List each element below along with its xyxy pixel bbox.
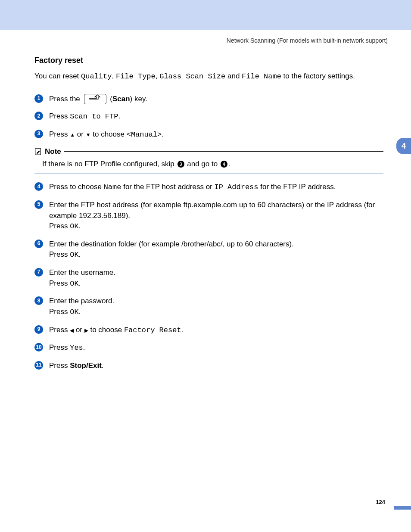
step-number: 10 (34, 343, 43, 352)
text: Enter the password. (49, 297, 114, 305)
text: , (156, 72, 159, 80)
text: Enter the FTP host address (for example … (49, 201, 375, 220)
text: Press the (49, 95, 82, 103)
step-10: 10 Press Yes. (34, 342, 383, 354)
running-header: Network Scanning (For models with built-… (34, 37, 388, 44)
code-filetype: File Type (116, 72, 156, 81)
text: ) key. (130, 95, 147, 103)
text: or (75, 130, 86, 138)
step-body: Press to choose Name for the FTP host ad… (49, 182, 383, 193)
text: Press (49, 343, 70, 352)
left-arrow-icon: ◀ (70, 327, 74, 333)
page-number: 124 (376, 499, 385, 505)
text: . (79, 279, 81, 287)
up-arrow-icon: ▲ (70, 132, 75, 138)
code: Factory Reset (124, 326, 181, 334)
step-body: Enter the username. Press OK. (49, 268, 383, 289)
step-body: Press Stop/Exit. (49, 361, 383, 371)
step-number: 2 (34, 112, 43, 120)
main-content: Factory reset You can reset Quality, Fil… (34, 56, 383, 378)
code: OK (70, 251, 78, 259)
text: Press (49, 112, 70, 120)
step-body: Enter the destination folder (for exampl… (49, 239, 383, 261)
text: . (79, 308, 81, 316)
step-body: Press ◀ or ▶ to choose Factory Reset. (49, 325, 383, 336)
step-number: 8 (34, 296, 43, 305)
code: <Manual> (127, 131, 162, 139)
steps-list: 1 Press the (Scan) key. 2 Press Scan to … (34, 94, 383, 140)
text: and (225, 72, 242, 80)
text: Press (49, 308, 70, 316)
step-number: 6 (34, 240, 43, 248)
text: , (112, 72, 115, 80)
step-number: 4 (34, 182, 43, 191)
text: Press (49, 361, 70, 370)
note-label: Note (45, 147, 61, 156)
step-number: 1 (34, 94, 43, 103)
step-number: 7 (34, 268, 43, 277)
steps-list-cont: 4 Press to choose Name for the FTP host … (34, 182, 383, 371)
scan-key-icon (84, 94, 106, 104)
step-body: Press the (Scan) key. (49, 94, 383, 105)
step-4: 4 Press to choose Name for the FTP host … (34, 182, 383, 193)
intro-paragraph: You can reset Quality, File Type, Glass … (34, 71, 383, 82)
text: to choose (91, 130, 127, 138)
note-rule (64, 151, 383, 152)
text: Press to choose (49, 183, 104, 191)
text: or (74, 326, 84, 334)
scan-label: Scan (112, 95, 130, 103)
text: . (228, 160, 230, 168)
step-body: Press Yes. (49, 342, 383, 354)
step-1: 1 Press the (Scan) key. (34, 94, 383, 105)
step-number: 3 (34, 130, 43, 138)
ref-bullet-3: 3 (177, 161, 184, 168)
step-2: 2 Press Scan to FTP. (34, 111, 383, 122)
step-9: 9 Press ◀ or ▶ to choose Factory Reset. (34, 325, 383, 336)
note-header: Note (34, 147, 383, 156)
code-glass: Glass Scan Size (159, 72, 225, 81)
step-3: 3 Press ▲ or ▼ to choose <Manual>. (34, 129, 383, 140)
step-number: 5 (34, 200, 43, 209)
step-11: 11 Press Stop/Exit. (34, 361, 383, 371)
code: OK (70, 280, 78, 288)
code: Name (104, 183, 121, 191)
ref-bullet-4: 4 (221, 161, 227, 168)
down-arrow-icon: ▼ (86, 132, 91, 138)
text: to the factory settings. (281, 72, 355, 80)
text: Press (49, 279, 70, 287)
note-body: If there is no FTP Profile configured, s… (34, 157, 383, 174)
step-8: 8 Enter the password. Press OK. (34, 296, 383, 317)
step-body: Enter the FTP host address (for example … (49, 200, 383, 232)
right-arrow-icon: ▶ (84, 327, 88, 333)
code: OK (70, 222, 78, 230)
code: OK (70, 308, 78, 316)
step-number: 9 (34, 325, 43, 334)
text: . (79, 222, 81, 230)
text: . (181, 326, 184, 334)
step-body: Press Scan to FTP. (49, 111, 383, 122)
step-6: 6 Enter the destination folder (for exam… (34, 239, 383, 261)
note-block: Note If there is no FTP Profile configur… (34, 147, 383, 174)
text: Press (49, 222, 70, 230)
text: Enter the destination folder (for exampl… (49, 240, 294, 248)
step-7: 7 Enter the username. Press OK. (34, 268, 383, 289)
text: and go to (185, 160, 220, 168)
text: for the FTP host address or (121, 183, 214, 191)
text: . (83, 343, 85, 352)
text: . (162, 130, 164, 138)
step-number: 11 (34, 361, 43, 370)
top-band (0, 0, 411, 30)
section-title: Factory reset (34, 56, 383, 65)
text: You can reset (34, 72, 81, 80)
code: Scan to FTP (70, 112, 118, 121)
text: . (79, 250, 81, 258)
code-filename: File Name (242, 72, 281, 81)
stop-exit: Stop/Exit (70, 361, 102, 370)
text: . (118, 112, 120, 120)
step-body: Enter the password. Press OK. (49, 296, 383, 317)
note-icon (34, 148, 42, 156)
step-body: Press ▲ or ▼ to choose <Manual>. (49, 129, 383, 140)
text: Enter the username. (49, 268, 115, 277)
bottom-accent (394, 506, 411, 510)
text: Press (49, 130, 70, 138)
